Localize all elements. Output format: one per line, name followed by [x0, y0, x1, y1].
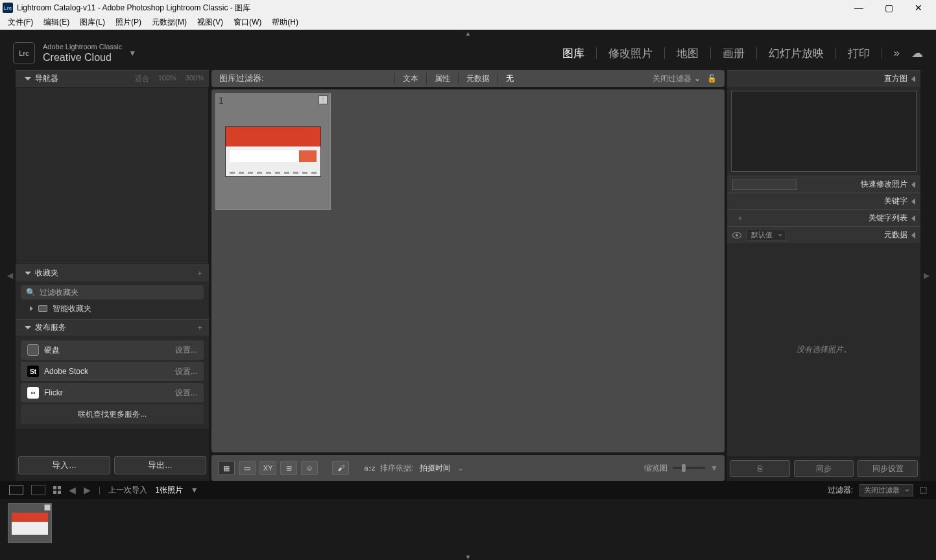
filter-metadata[interactable]: 元数据: [458, 73, 498, 84]
sort-direction-icon[interactable]: a↕z: [363, 461, 376, 475]
module-map[interactable]: 地图: [677, 46, 699, 61]
filmstrip-image: [12, 513, 48, 535]
collections-title: 收藏夹: [35, 268, 192, 279]
sort-value[interactable]: 拍摄时间: [420, 463, 451, 474]
keywording-header[interactable]: 关键字: [727, 192, 920, 209]
menu-metadata[interactable]: 元数据(M): [147, 17, 192, 28]
secondary-display-icon[interactable]: [31, 485, 45, 495]
filmstrip-filter-select[interactable]: 关闭过滤器: [859, 484, 913, 496]
publish-header[interactable]: 发布服务 ＋: [16, 319, 209, 336]
navigator-body: [16, 87, 209, 264]
eye-icon[interactable]: [732, 232, 741, 239]
filter-lock-icon[interactable]: ⬚: [920, 485, 927, 495]
menu-edit[interactable]: 编辑(E): [38, 17, 75, 28]
service-setup[interactable]: 设置...: [175, 388, 197, 399]
sort-dropdown-icon[interactable]: ⌄: [457, 463, 464, 472]
brand-line2: Creative Cloud: [43, 51, 122, 64]
metadata-preset-select[interactable]: 默认值: [747, 229, 786, 241]
module-develop[interactable]: 修改照片: [608, 46, 653, 61]
zoom-fit[interactable]: 适合: [135, 74, 149, 84]
menu-photo[interactable]: 照片(P): [110, 17, 147, 28]
sync-button[interactable]: 同步: [794, 460, 854, 477]
add-collection-icon[interactable]: ＋: [196, 268, 204, 279]
module-print[interactable]: 打印: [848, 46, 870, 61]
toolbar-menu-icon[interactable]: ▼: [710, 463, 718, 472]
grid-view[interactable]: 1 !: [211, 89, 725, 452]
identity-menu-icon[interactable]: ▼: [128, 49, 136, 58]
sync-toggle-icon[interactable]: ⎘: [730, 460, 790, 477]
close-button[interactable]: ✕: [904, 0, 933, 16]
main-display-icon[interactable]: [9, 485, 23, 495]
filter-attribute[interactable]: 属性: [426, 73, 458, 84]
filter-title: 图库过滤器:: [219, 73, 264, 84]
filmstrip-thumbnail[interactable]: [8, 503, 52, 543]
maximize-button[interactable]: ▢: [874, 0, 904, 16]
menu-library[interactable]: 图库(L): [75, 17, 110, 28]
find-more-services[interactable]: 联机查找更多服务...: [21, 404, 204, 424]
nav-back-icon[interactable]: ◀: [69, 485, 76, 495]
left-panel: 导航器 适合 100% 300% 收藏夹 ＋ 🔍 过滤收藏夹: [16, 70, 209, 481]
left-panel-toggle[interactable]: ◀: [6, 70, 13, 481]
menu-window[interactable]: 窗口(W): [228, 17, 267, 28]
quickdev-preset-select[interactable]: [732, 180, 797, 190]
metadata-header[interactable]: 默认值 元数据: [727, 226, 920, 243]
add-keyword-icon[interactable]: ＋: [736, 213, 744, 224]
painter-icon[interactable]: 🖌: [332, 461, 349, 475]
metadata-title: 元数据: [884, 229, 907, 240]
source-path[interactable]: 上一次导入: [108, 485, 147, 496]
top-panel-toggle[interactable]: ▲: [0, 30, 936, 36]
view-people-icon[interactable]: ☺: [301, 461, 318, 475]
view-compare-icon[interactable]: XY: [259, 461, 276, 475]
service-setup[interactable]: 设置...: [175, 345, 197, 356]
module-more-icon[interactable]: »: [894, 47, 900, 60]
view-survey-icon[interactable]: ⊞: [280, 461, 297, 475]
collections-header[interactable]: 收藏夹 ＋: [16, 264, 209, 281]
zoom-100[interactable]: 100%: [158, 74, 176, 84]
zoom-300[interactable]: 300%: [186, 74, 204, 84]
thumb-index: 1: [219, 95, 224, 106]
right-panel-toggle[interactable]: ▶: [923, 70, 930, 481]
search-icon: 🔍: [26, 288, 36, 297]
filter-text[interactable]: 文本: [394, 73, 426, 84]
filter-none[interactable]: 无: [498, 73, 522, 84]
publish-flickr[interactable]: •• Flickr 设置...: [21, 383, 204, 402]
navigator-header[interactable]: 导航器 适合 100% 300%: [16, 70, 209, 87]
thumbnail-size-slider[interactable]: [673, 467, 705, 469]
sync-settings-button[interactable]: 同步设置: [858, 460, 918, 477]
quickdev-header[interactable]: 快速修改照片: [727, 176, 920, 192]
histogram-header[interactable]: 直方图: [727, 70, 920, 87]
view-grid-icon[interactable]: ▦: [218, 461, 235, 475]
smart-collections-row[interactable]: 智能收藏夹: [18, 301, 206, 316]
cloud-sync-icon[interactable]: ☁: [911, 46, 923, 60]
menu-file[interactable]: 文件(F): [3, 17, 38, 28]
view-loupe-icon[interactable]: ▭: [239, 461, 256, 475]
publish-body: 硬盘 设置... St Adobe Stock 设置... •• Flickr …: [16, 336, 209, 428]
nav-forward-icon[interactable]: ▶: [84, 485, 91, 495]
filter-lock-icon[interactable]: 🔓: [707, 74, 717, 83]
filmstrip[interactable]: [0, 499, 936, 554]
collections-search-input[interactable]: 🔍 过滤收藏夹: [21, 285, 204, 299]
minimize-button[interactable]: —: [844, 0, 874, 16]
publish-harddrive[interactable]: 硬盘 设置...: [21, 340, 204, 360]
thumbnail-cell[interactable]: 1 !: [215, 93, 331, 210]
module-book[interactable]: 画册: [723, 46, 745, 61]
source-dropdown-icon[interactable]: ▼: [191, 485, 198, 495]
keywordlist-header[interactable]: ＋ 关键字列表: [727, 209, 920, 226]
module-library[interactable]: 图库: [562, 46, 584, 61]
publish-adobestock[interactable]: St Adobe Stock 设置...: [21, 362, 204, 381]
collections-body: 🔍 过滤收藏夹 智能收藏夹: [16, 281, 209, 319]
service-name: Adobe Stock: [44, 367, 88, 376]
filter-dropdown-icon[interactable]: ⌄: [694, 74, 701, 83]
grid-shortcut-icon[interactable]: [53, 486, 61, 494]
menu-help[interactable]: 帮助(H): [267, 17, 304, 28]
module-picker: 图库 修改照片 地图 画册 幻灯片放映 打印 » ☁: [562, 46, 923, 61]
add-publish-icon[interactable]: ＋: [196, 322, 204, 333]
service-setup[interactable]: 设置...: [175, 366, 197, 377]
module-slideshow[interactable]: 幻灯片放映: [769, 46, 824, 61]
flag-icon[interactable]: !: [318, 95, 328, 104]
close-filter-button[interactable]: 关闭过滤器: [653, 73, 691, 84]
import-button[interactable]: 导入...: [18, 456, 110, 474]
menu-view[interactable]: 视图(V): [192, 17, 228, 28]
bottom-panel-toggle[interactable]: ▼: [0, 554, 936, 560]
export-button[interactable]: 导出...: [114, 456, 206, 474]
